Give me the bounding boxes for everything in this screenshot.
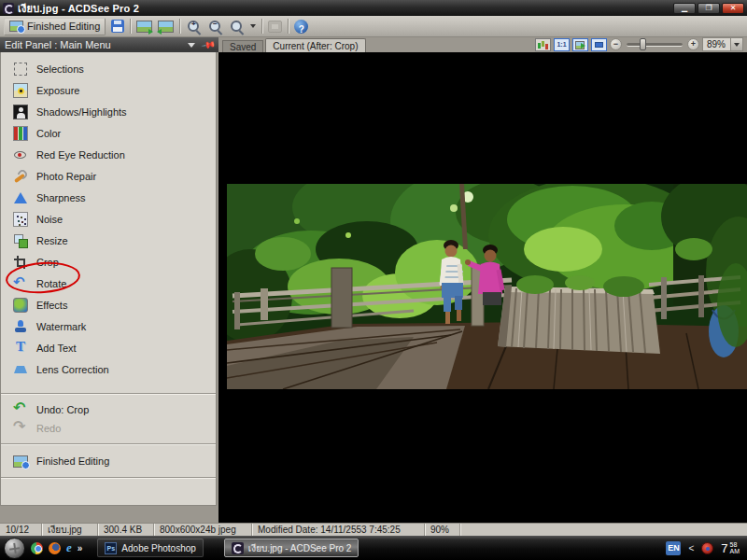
effects-icon xyxy=(13,298,28,313)
zoom-out-icon[interactable]: − xyxy=(207,19,223,35)
minimize-button[interactable]: ▁ xyxy=(673,3,696,14)
photo xyxy=(227,184,747,389)
panel-separator xyxy=(1,393,216,395)
status-empty xyxy=(460,524,747,536)
photoshop-icon: Ps xyxy=(105,542,117,554)
system-tray: EN < 7 58 AM xyxy=(666,541,743,555)
sidebar-item-red-eye-reduction[interactable]: Red Eye Reduction xyxy=(1,144,216,165)
zoom-tool-icon[interactable] xyxy=(229,19,245,35)
panel-separator xyxy=(1,443,216,445)
image-canvas[interactable] xyxy=(218,52,747,523)
status-position: 10/12 xyxy=(0,524,42,536)
zoom-slider[interactable] xyxy=(627,38,683,50)
chrome-icon[interactable] xyxy=(31,542,43,554)
finished-editing-button[interactable]: Finished Editing xyxy=(4,18,106,35)
help-icon[interactable] xyxy=(294,20,308,34)
zoom-in-button[interactable]: + xyxy=(687,38,699,50)
edit-panel-body: SelectionsExposureShadows/HighlightsColo… xyxy=(0,52,217,506)
sidebar-item-watermark[interactable]: Watermark xyxy=(1,315,216,337)
save-icon[interactable] xyxy=(111,20,124,33)
internet-explorer-icon[interactable]: e xyxy=(66,540,72,555)
start-button[interactable] xyxy=(4,538,25,559)
sidebar-item-resize[interactable]: Resize xyxy=(1,230,216,251)
sidebar-item-sharpness[interactable]: Sharpness xyxy=(1,187,216,208)
sidebar-item-label: Sharpness xyxy=(36,192,86,203)
sidebar-item-label: Selections xyxy=(36,63,84,75)
quick-launch-overflow-icon[interactable]: » xyxy=(78,543,83,553)
sidebar-item-add-text[interactable]: Add Text xyxy=(1,337,216,358)
quick-launch: e » xyxy=(31,540,82,555)
sidebar-item-lens-correction[interactable]: Lens Correction xyxy=(1,358,216,380)
view-controls: − + 89% xyxy=(535,37,747,52)
sidebar-item-label: Rotate xyxy=(36,278,66,289)
content-area: Saved Current (After: Crop) − + 89% xyxy=(218,37,747,523)
sidebar-item-photo-repair[interactable]: Photo Repair xyxy=(1,165,216,187)
zoom-dropdown-arrow[interactable] xyxy=(250,24,256,28)
sidebar-item-undo[interactable]: Undo: Crop xyxy=(1,400,216,419)
status-modified-date: Modified Date: 14/11/2553 7:45:25 xyxy=(252,524,425,536)
acdsee-app-icon xyxy=(3,3,14,14)
panel-menu-arrow-icon[interactable] xyxy=(188,43,195,48)
taskbar-clock[interactable]: 7 58 AM xyxy=(721,541,740,555)
sidebar-menu: SelectionsExposureShadows/HighlightsColo… xyxy=(1,58,216,380)
status-filesize: 300.4 KB xyxy=(98,524,154,536)
taskbar-button-photoshop[interactable]: Ps Adobe Photoshop xyxy=(97,539,204,557)
zoom-out-button[interactable]: − xyxy=(610,38,622,50)
histogram-icon[interactable] xyxy=(535,38,551,51)
sidebar-item-effects[interactable]: Effects xyxy=(1,294,216,315)
language-indicator[interactable]: EN xyxy=(666,541,681,555)
panel-separator xyxy=(1,477,216,479)
sidebar-item-label: Resize xyxy=(36,235,68,246)
toolbar-separator xyxy=(179,19,180,34)
window-title: เงียบ.jpg - ACDSee Pro 2 xyxy=(18,0,139,17)
sidebar-item-finished-editing[interactable]: Finished Editing xyxy=(1,451,216,471)
status-zoom: 90% xyxy=(425,524,460,536)
edit-panel-header: Edit Panel : Main Menu 📌 xyxy=(0,37,218,52)
actual-size-icon[interactable] xyxy=(554,38,570,51)
taskbar-button-acdsee[interactable]: เงียบ.jpg - ACDSee Pro 2 xyxy=(224,539,359,557)
fit-image-icon[interactable] xyxy=(572,38,588,51)
lens-correction-icon xyxy=(13,362,28,377)
tab-saved[interactable]: Saved xyxy=(222,40,263,52)
sidebar-item-color[interactable]: Color xyxy=(1,122,216,144)
zoom-combo-arrow[interactable] xyxy=(730,38,742,50)
close-button[interactable]: ✕ xyxy=(722,3,744,14)
undo-icon xyxy=(13,402,28,417)
edit-panel-title: Edit Panel : Main Menu xyxy=(5,39,111,50)
toolbar-separator xyxy=(261,19,262,34)
shadows-highlights-icon xyxy=(13,105,28,119)
sidebar-item-redo: Redo xyxy=(1,419,216,438)
tab-strip: Saved Current (After: Crop) − + 89% xyxy=(218,37,747,52)
sidebar-item-label: Lens Correction xyxy=(36,364,109,375)
zoom-slider-thumb[interactable] xyxy=(640,38,646,50)
status-filename: เงียบ.jpg xyxy=(42,524,98,536)
tray-expand-icon[interactable]: < xyxy=(688,543,694,553)
panel-pin-icon[interactable]: 📌 xyxy=(201,37,216,51)
rotate-icon xyxy=(13,276,28,291)
tray-app-icon[interactable] xyxy=(701,542,713,554)
sidebar-item-crop[interactable]: Crop xyxy=(1,251,216,273)
fit-window-icon[interactable] xyxy=(591,38,607,51)
sidebar-item-exposure[interactable]: Exposure xyxy=(1,79,216,101)
tab-current[interactable]: Current (After: Crop) xyxy=(265,38,365,52)
noise-icon xyxy=(13,212,28,227)
sidebar-item-label: Noise xyxy=(36,214,63,225)
sidebar-item-shadows-highlights[interactable]: Shadows/Highlights xyxy=(1,101,216,122)
finished-editing-icon xyxy=(9,21,23,32)
red-eye-reduction-icon xyxy=(13,147,28,162)
restore-button[interactable]: ❐ xyxy=(698,3,720,14)
sidebar-item-label: Add Text xyxy=(36,343,77,354)
sidebar-item-selections[interactable]: Selections xyxy=(1,58,216,79)
sidebar-item-noise[interactable]: Noise xyxy=(1,208,216,230)
sidebar-item-label: Watermark xyxy=(36,321,86,332)
convert-image-icon[interactable] xyxy=(158,21,174,33)
export-image-icon[interactable] xyxy=(136,21,152,33)
selections-icon xyxy=(14,63,27,76)
sidebar-item-label: Photo Repair xyxy=(36,171,96,182)
sidebar-item-rotate[interactable]: Rotate xyxy=(1,273,216,294)
status-bar: 10/12 เงียบ.jpg 300.4 KB 800x600x24b jpe… xyxy=(0,523,747,536)
sidebar-item-label: Color xyxy=(36,128,61,139)
zoom-in-icon[interactable]: + xyxy=(186,19,202,35)
zoom-level-combo[interactable]: 89% xyxy=(702,37,743,51)
firefox-icon[interactable] xyxy=(49,542,61,554)
